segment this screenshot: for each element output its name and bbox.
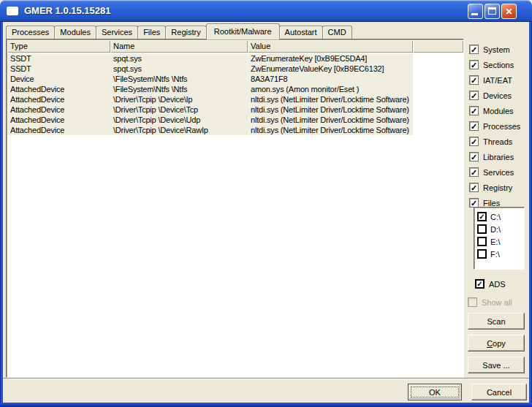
checkbox-label: Modules [483,107,514,115]
cell-type: SSDT [7,53,110,64]
drive-list: ✓ C:\ D:\ E:\ F:\ [474,207,525,270]
window-controls: ✕ [468,4,517,19]
checkbox-label: System [483,45,510,54]
drive-item-c[interactable]: ✓ C:\ [477,210,524,223]
column-header-name[interactable]: Name [110,40,248,53]
copy-button[interactable]: Copy [468,335,525,351]
checkbox-ads[interactable]: ✓ ADS [475,279,506,289]
checkbox-icon: ✓ [475,279,484,289]
checkbox-label: Devices [483,91,512,100]
checkbox-icon: ✓ [469,183,479,192]
window-border-right [529,22,532,407]
maximize-button[interactable] [484,4,500,19]
minimize-icon [471,13,478,15]
save-button[interactable]: Save ... [468,357,525,373]
cell-name: \Driver\Tcpip \Device\Ip [110,94,248,104]
scan-button[interactable]: Scan [468,313,525,330]
tab-cmd[interactable]: CMD [322,26,352,39]
table-header: Type Name Value [7,40,463,53]
app-icon [7,7,18,15]
checkbox-label: Show all [482,298,512,307]
drive-item-f[interactable]: F:\ [477,248,524,260]
checkbox-threads[interactable]: ✓ Threads [469,137,520,146]
tab-registry[interactable]: Registry [165,26,206,39]
checkbox-devices[interactable]: ✓ Devices [469,91,520,100]
cell-name: \Driver\Tcpip \Device\RawIp [110,125,248,135]
checkbox-iat-eat[interactable]: ✓ IAT/EAT [469,75,520,85]
tab-files[interactable]: Files [137,26,166,39]
close-button[interactable]: ✕ [501,4,517,19]
checkbox-sections[interactable]: ✓ Sections [469,60,520,69]
table-row[interactable]: AttachedDevice \Driver\Tcpip \Device\Raw… [7,125,413,135]
tab-strip: Processes Modules Services Files Registr… [6,23,352,39]
checkbox-show-all: Show all [468,297,512,307]
checkbox-label: Libraries [483,153,514,161]
cell-type: AttachedDevice [7,94,110,104]
checkbox-icon: ✓ [469,137,479,146]
cell-type: SSDT [7,64,110,74]
window-titlebar[interactable]: GMER 1.0.15.15281 ✕ [0,0,532,22]
checkbox-label: Files [483,199,500,208]
checkbox-icon: ✓ [469,121,479,131]
minimize-button[interactable] [468,4,483,19]
window-border-bottom [0,403,532,407]
checkbox-modules[interactable]: ✓ Modules [469,106,520,115]
tab-rootkit-malware[interactable]: Rootkit/Malware [206,23,280,39]
cell-name: \Driver\Tcpip \Device\Udp [110,115,248,125]
checkbox-services[interactable]: ✓ Services [469,167,520,177]
cell-value: nltdi.sys (NetLimiter Driver/Locktime So… [248,94,413,104]
cancel-button[interactable]: Cancel [471,384,527,400]
cell-value: ZwEnumerateValueKey [0xB9EC6132] [248,64,413,74]
checkbox-processes[interactable]: ✓ Processes [469,121,520,131]
ok-button[interactable]: OK [408,384,462,400]
checkbox-icon: ✓ [469,152,479,161]
column-header-type[interactable]: Type [7,40,110,53]
drive-label: F:\ [490,250,500,259]
checkbox-label: ADS [489,280,506,289]
cell-type: Device [7,74,110,84]
cell-name: spqt.sys [110,53,248,64]
tab-processes[interactable]: Processes [6,26,55,39]
cell-name: \FileSystem\Ntfs \Ntfs [110,74,248,84]
checkbox-label: Registry [483,183,512,192]
cell-value: ZwEnumerateKey [0xB9EC5DA4] [248,53,413,64]
column-header-value[interactable]: Value [248,40,413,53]
drive-item-e[interactable]: E:\ [477,235,524,248]
table-row[interactable]: AttachedDevice \FileSystem\Ntfs \Ntfs am… [7,84,413,94]
table-row[interactable]: AttachedDevice \Driver\Tcpip \Device\Ip … [7,94,413,104]
drive-label: D:\ [490,225,501,234]
drive-label: C:\ [490,213,501,221]
cell-type: AttachedDevice [7,84,110,94]
checkbox-label: Services [483,168,514,177]
table-row[interactable]: SSDT spqt.sys ZwEnumerateKey [0xB9EC5DA4… [7,53,413,64]
checkbox-icon: ✓ [469,45,479,54]
checkbox-label: Sections [483,61,514,69]
table-row[interactable]: SSDT spqt.sys ZwEnumerateValueKey [0xB9E… [7,64,413,74]
cell-value: nltdi.sys (NetLimiter Driver/Locktime So… [248,115,413,125]
table-row[interactable]: Device \FileSystem\Ntfs \Ntfs 8A3A71F8 [7,74,413,84]
tab-modules[interactable]: Modules [54,26,96,39]
window-title: GMER 1.0.15.15281 [24,0,111,21]
cell-value: amon.sys (Amon monitor/Eset ) [248,84,413,94]
tab-services[interactable]: Services [96,26,138,39]
drive-item-d[interactable]: D:\ [477,223,524,235]
table-row[interactable]: AttachedDevice \Driver\Tcpip \Device\Tcp… [7,104,413,115]
checkbox-libraries[interactable]: ✓ Libraries [469,152,520,161]
checkbox-icon [477,224,487,234]
checkbox-icon: ✓ [469,106,479,115]
checkbox-label: Processes [483,122,520,131]
table-body: SSDT spqt.sys ZwEnumerateKey [0xB9EC5DA4… [7,53,463,135]
tab-autostart[interactable]: Autostart [279,26,323,39]
cell-name: spqt.sys [110,64,248,74]
drive-label: E:\ [490,237,500,246]
cell-name: \FileSystem\Ntfs \Ntfs [110,84,248,94]
checkbox-registry[interactable]: ✓ Registry [469,183,520,192]
table-row[interactable]: AttachedDevice \Driver\Tcpip \Device\Udp… [7,115,413,125]
checkbox-icon: ✓ [469,91,479,100]
checkbox-icon: ✓ [469,75,479,85]
close-icon: ✕ [502,4,516,18]
cell-value: 8A3A71F8 [248,74,413,84]
checkbox-icon [468,297,477,307]
checkbox-icon: ✓ [469,167,479,177]
checkbox-system[interactable]: ✓ System [469,45,520,54]
